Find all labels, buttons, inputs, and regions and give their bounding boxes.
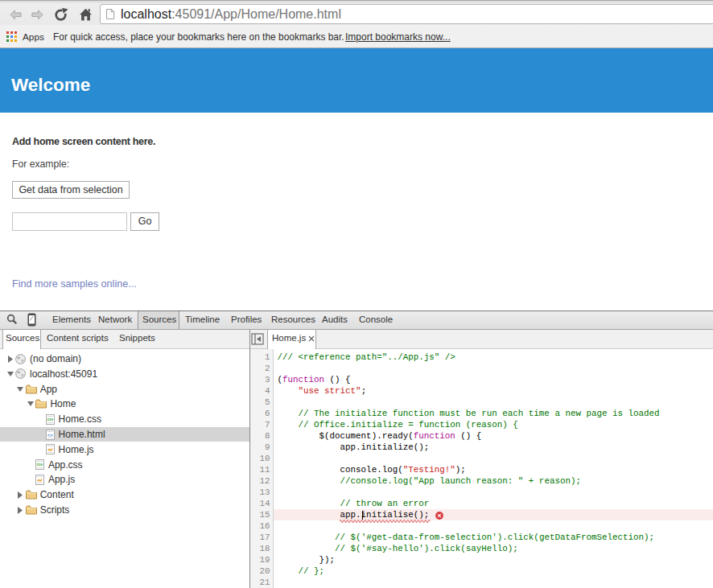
svg-text:css: css bbox=[47, 417, 54, 421]
svg-text:<>: <> bbox=[47, 432, 54, 437]
svg-text:css: css bbox=[37, 463, 43, 467]
